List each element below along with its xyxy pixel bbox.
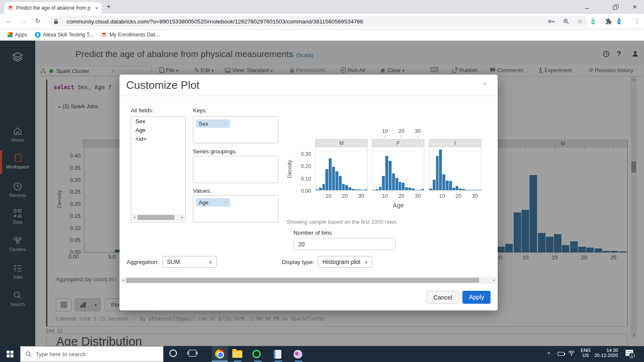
window-restore-button[interactable] — [605, 0, 624, 14]
histogram-bar — [421, 189, 424, 190]
histogram-bar — [389, 161, 392, 190]
histogram-bar — [342, 184, 345, 190]
chrome-active-underline — [212, 361, 228, 362]
tick-mark — [418, 135, 418, 138]
sample-note: Showing sample based on the first 1000 r… — [286, 219, 398, 225]
facet-plot — [315, 147, 368, 191]
tray-language[interactable]: ENGUS — [580, 348, 592, 362]
screen: Predict the age of abalone from p × + × … — [0, 0, 644, 362]
histogram-bar — [439, 150, 442, 190]
scrollbar-thumb[interactable] — [138, 215, 174, 220]
tray-chevron-icon[interactable]: ^ — [548, 351, 550, 362]
taskbar-paint-icon[interactable] — [293, 349, 304, 359]
tab-close-icon[interactable]: × — [95, 5, 98, 11]
histogram-bar — [475, 190, 478, 190]
forward-icon[interactable]: → — [20, 17, 26, 24]
battery-icon[interactable] — [558, 352, 564, 362]
taskbar-explorer-icon[interactable] — [232, 349, 242, 359]
histogram-bar — [429, 189, 432, 190]
scroll-left-icon[interactable]: ◄ — [122, 279, 125, 282]
all-fields-listbox[interactable]: Sex Age <id> ◄ ► — [131, 116, 186, 222]
histogram-bar — [415, 190, 418, 190]
histogram-bar — [319, 188, 322, 190]
aggregation-select[interactable]: SUM∨ — [162, 256, 217, 268]
facet-x-ticks: 102030 — [315, 192, 368, 199]
modal-hscrollbar[interactable]: ◄ ► — [120, 277, 497, 284]
scroll-left-icon[interactable]: ◄ — [133, 216, 136, 219]
list-item[interactable]: <id> — [131, 134, 185, 143]
apply-button[interactable]: Apply — [462, 291, 491, 304]
apps-grid-icon — [8, 32, 13, 37]
value-tag-age[interactable]: Age× — [196, 198, 230, 207]
histogram-bar — [412, 189, 415, 190]
cortana-icon[interactable] — [169, 349, 179, 359]
series-groupings-box[interactable] — [193, 156, 278, 183]
values-box[interactable]: Age× — [193, 195, 278, 222]
bins-input[interactable] — [293, 238, 396, 250]
taskbar-search[interactable]: Type here to search — [20, 346, 164, 362]
tick-label: 0.20 — [301, 163, 311, 169]
histogram-bar — [456, 186, 459, 190]
keys-box[interactable]: Sex× — [193, 116, 278, 143]
window-minimize-button[interactable] — [578, 0, 596, 14]
bookmark-apps[interactable]: Apps — [8, 32, 27, 38]
list-item[interactable]: Sex — [131, 117, 185, 126]
browser-tab-strip: Predict the age of abalone from p × + × — [0, 0, 644, 14]
tick-label: 20 — [454, 193, 462, 199]
tick-label: 0.30 — [301, 151, 311, 157]
series-groupings-label: Series groupings: — [193, 148, 237, 155]
key-icon[interactable] — [548, 19, 555, 23]
histogram-bar — [459, 189, 462, 190]
modal-close-icon[interactable]: × — [483, 80, 487, 88]
tray-clock[interactable]: 14:3020-12-2020 — [592, 348, 618, 362]
taskbar-chrome-icon[interactable] — [212, 346, 228, 362]
histogram-bar — [322, 184, 325, 190]
cancel-button[interactable]: Cancel — [427, 291, 459, 304]
key-tag-sex[interactable]: Sex× — [196, 119, 230, 128]
taskbar-studio-icon[interactable] — [252, 349, 262, 359]
back-icon[interactable]: ← — [6, 17, 12, 24]
histogram-bar — [352, 189, 355, 191]
histogram-bar — [385, 156, 388, 190]
aggregation-label: Aggregation: — [127, 259, 159, 265]
taskbar: Type here to search ^ ENGUS 14:3020-12-2… — [0, 346, 644, 362]
grammarly-extension-icon[interactable]: G — [591, 17, 595, 26]
preview-x-axis-label: Age — [386, 202, 411, 209]
facet-header: F — [372, 139, 424, 147]
list-item[interactable]: Age — [131, 126, 185, 134]
histogram-bar — [405, 187, 408, 190]
remove-tag-icon[interactable]: × — [225, 121, 227, 126]
profile-avatar[interactable]: N — [617, 17, 621, 26]
bookmark-star-icon[interactable]: ☆ — [577, 18, 583, 25]
start-button[interactable] — [7, 351, 13, 357]
url-text: community.cloud.databricks.com/?o=890153… — [67, 18, 544, 25]
facet-x-ticks: 102030 — [429, 192, 481, 199]
histogram-bar — [446, 181, 449, 190]
reload-icon[interactable]: ↻ — [35, 17, 41, 25]
browser-tab[interactable]: Predict the age of abalone from p × — [4, 2, 101, 14]
listbox-hscrollbar[interactable]: ◄ ► — [132, 214, 184, 221]
remove-tag-icon[interactable]: × — [225, 200, 227, 205]
histogram-bar — [395, 178, 398, 190]
databricks-icon — [101, 32, 107, 38]
search-placeholder: Type here to search — [36, 351, 86, 357]
extensions-puzzle-icon[interactable] — [605, 18, 612, 25]
bookmark-enrollments[interactable]: My Enrollments Dat... — [101, 32, 159, 38]
bookmark-alexa[interactable]: Alexa Skill Testing T... — [35, 32, 93, 38]
histogram-bar — [329, 158, 332, 190]
task-view-icon[interactable] — [189, 350, 199, 360]
scroll-right-icon[interactable]: ► — [181, 216, 184, 219]
wifi-icon[interactable] — [568, 350, 575, 362]
omnibox[interactable]: community.cloud.databricks.com/?o=890153… — [49, 16, 587, 27]
browser-menu-icon[interactable]: ⋮ — [634, 17, 641, 25]
values-label: Values: — [193, 188, 211, 194]
taskbar-notepad-icon[interactable] — [274, 349, 284, 359]
window-close-button[interactable]: × — [626, 0, 644, 14]
new-tab-button[interactable]: + — [106, 3, 111, 11]
databricks-favicon-icon — [8, 5, 13, 11]
scrollbar-thumb[interactable] — [126, 278, 479, 283]
tick-label: 0.00 — [301, 188, 311, 194]
scroll-right-icon[interactable]: ► — [493, 279, 496, 282]
display-type-select[interactable]: Histogram plot∨ — [318, 256, 372, 268]
zoom-icon[interactable] — [563, 18, 569, 24]
